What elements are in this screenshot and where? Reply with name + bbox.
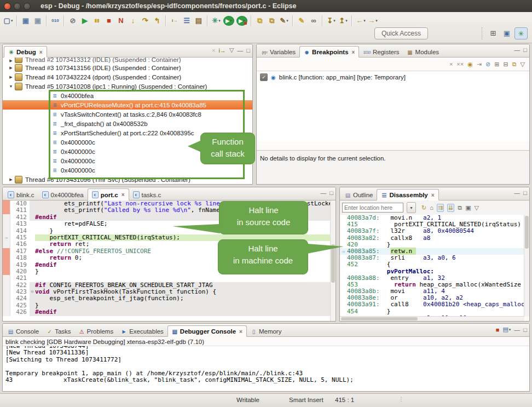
maximize-icon[interactable]: □ bbox=[523, 47, 527, 53]
tab-modules[interactable]: ▦ Modules bbox=[403, 47, 443, 57]
remove-breakpoint-icon[interactable]: × bbox=[449, 61, 453, 67]
quick-access-button[interactable]: Quick Access bbox=[374, 27, 428, 39]
step-filters-button[interactable]: ▤ bbox=[193, 14, 205, 27]
maximize-icon[interactable]: □ bbox=[329, 190, 333, 196]
run-button[interactable]: ▶▾ bbox=[223, 16, 234, 26]
maximize-icon[interactable]: □ bbox=[523, 190, 527, 196]
open-perspective-button[interactable]: ⊞ bbox=[487, 27, 499, 38]
disassembly-scrollbar[interactable] bbox=[524, 215, 529, 317]
back-button[interactable]: ←▾ bbox=[355, 14, 367, 27]
stack-frame-row[interactable]: ≡vTaskSwitchContext() at tasks.c:2,846 0… bbox=[3, 110, 252, 119]
debug-thread-row[interactable]: ▼Thread #5 1073410208 (ipc1 : Running) (… bbox=[3, 82, 252, 91]
tab-0x4000bfea[interactable]: c 0x4000bfea bbox=[38, 189, 88, 200]
maximize-button[interactable] bbox=[24, 3, 31, 10]
sync-active-context-icon[interactable]: ⇉ bbox=[437, 204, 444, 212]
tree-expander-icon[interactable]: ▶ bbox=[7, 59, 15, 63]
open-resource-button[interactable]: ⧉ bbox=[266, 14, 278, 27]
breakpoint-checkbox[interactable]: ✓ bbox=[260, 73, 268, 81]
dropdown-arrow-icon[interactable]: ▾ bbox=[509, 328, 511, 332]
fold-collapse-icon[interactable]: ⊖ bbox=[30, 289, 35, 295]
dropdown-arrow-icon[interactable]: ▾ bbox=[333, 19, 336, 23]
tab-disassembly[interactable]: ☰ Disassembly × bbox=[377, 189, 438, 200]
tab-memory[interactable]: ▯ Memory bbox=[247, 326, 286, 336]
step-over-button[interactable]: ↷ bbox=[139, 14, 151, 27]
expand-all-icon[interactable]: ⊞ bbox=[494, 61, 499, 68]
collapse-all-icon[interactable]: ⊟ bbox=[503, 61, 508, 68]
dropdown-arrow-icon[interactable]: ▾ bbox=[345, 19, 348, 23]
refresh-icon[interactable]: ↻ bbox=[421, 204, 426, 212]
debug-thread-row[interactable]: ▶Thread #4 1073432224 (dport) (Suspended… bbox=[3, 72, 252, 82]
tab-executables[interactable]: ▶ Executables bbox=[117, 326, 167, 336]
dropdown-arrow-icon[interactable]: ▾ bbox=[375, 19, 378, 23]
dropdown-arrow-icon[interactable]: ▾ bbox=[230, 19, 232, 23]
console-view-button[interactable]: ☰ bbox=[181, 14, 193, 27]
dropdown-arrow-icon[interactable]: ▾ bbox=[218, 19, 221, 23]
close-tab-icon[interactable]: × bbox=[122, 192, 125, 198]
minimize-icon[interactable]: — bbox=[237, 47, 243, 54]
disassembly-listing[interactable]: 40083a7d: movi.n a2, 1415 portEXIT_CRITI… bbox=[340, 215, 524, 317]
dropdown-arrow-icon[interactable]: ▾ bbox=[286, 19, 288, 23]
minimize-icon[interactable]: — bbox=[514, 47, 520, 53]
open-task-button[interactable]: ⧉ bbox=[254, 14, 266, 27]
view-menu-icon[interactable]: ▽ bbox=[521, 61, 525, 68]
remove-all-terminated-icon[interactable]: × bbox=[212, 47, 215, 54]
editor-scrollbar[interactable] bbox=[330, 200, 336, 321]
console-output[interactable]: [New Thread 1073468744][New Thread 10734… bbox=[3, 346, 529, 383]
tab-console[interactable]: ▤ Console bbox=[4, 326, 43, 336]
pin-icon[interactable]: ▣ bbox=[465, 204, 471, 212]
disconnect-button[interactable]: N bbox=[115, 14, 127, 27]
tab-registers[interactable]: 1010 Registers bbox=[359, 47, 403, 57]
cpp-perspective-button[interactable]: ▣ bbox=[501, 27, 513, 38]
debug-thread-row[interactable]: ▶Thread #2 1073413312 (IDLE) (Suspended … bbox=[3, 58, 252, 63]
location-input[interactable] bbox=[342, 203, 403, 213]
step-into-button[interactable]: ↓ bbox=[127, 14, 139, 27]
skip-all-breakpoints-icon[interactable]: ⊘ bbox=[485, 61, 490, 68]
stack-frame-row[interactable]: ≡_frxt_dispatch() at 0x4008532b bbox=[3, 119, 252, 128]
code-line-424[interactable]: 424 esp_set_breakpoint_if_jtag(function)… bbox=[3, 295, 331, 302]
last-edit-location-button[interactable]: ↧▾ bbox=[325, 14, 337, 27]
minimize-icon[interactable]: — bbox=[514, 190, 520, 196]
remove-all-breakpoints-icon[interactable]: ×× bbox=[456, 61, 464, 67]
forward-button[interactable]: →▾ bbox=[367, 14, 379, 27]
minimize-icon[interactable]: — bbox=[320, 190, 326, 196]
tab-blink-c[interactable]: c blink.c bbox=[4, 189, 38, 200]
highlight-button[interactable]: ✎ bbox=[296, 14, 308, 27]
terminate-button[interactable]: ■ bbox=[103, 14, 115, 27]
step-return-button[interactable]: ↰ bbox=[151, 14, 163, 27]
tab-port-c[interactable]: c port.c × bbox=[88, 188, 129, 200]
display-console-icon[interactable]: ▤▾ bbox=[502, 326, 511, 333]
external-tools-button[interactable]: ▶▾ bbox=[236, 16, 247, 26]
close-tab-icon[interactable]: × bbox=[431, 192, 435, 198]
debug-thread-row[interactable]: ▶Thread #6 1073431096 (Tmr Svc) (Suspend… bbox=[3, 175, 252, 184]
debug-perspective-button[interactable]: ✳ bbox=[514, 27, 528, 39]
instruction-stepping-icon[interactable]: i→ bbox=[218, 47, 225, 54]
tab-breakpoints[interactable]: ◉ Breakpoints × bbox=[299, 46, 359, 58]
show-breakpoints-for-icon[interactable]: ◉ bbox=[467, 61, 473, 68]
dropdown-arrow-icon[interactable]: ▾ bbox=[363, 19, 366, 23]
home-icon[interactable]: ⌂ bbox=[430, 204, 433, 212]
stack-frame-row[interactable]: ≡vPortCPUReleaseMutex() at port.c:415 0x… bbox=[3, 100, 252, 110]
skip-all-breakpoints-button[interactable]: ⊘ bbox=[67, 14, 79, 27]
new-view-icon[interactable]: ⧉ bbox=[458, 204, 462, 212]
location-dropdown-icon[interactable]: ▼ bbox=[407, 202, 416, 213]
maximize-icon[interactable]: □ bbox=[523, 326, 527, 333]
stack-frame-row[interactable]: ≡0x4000bfea bbox=[3, 91, 252, 100]
tree-expander-icon[interactable]: ▶ bbox=[7, 177, 15, 182]
view-menu-icon[interactable]: ▽ bbox=[475, 204, 479, 212]
close-button[interactable] bbox=[4, 3, 11, 10]
tab-tasks[interactable]: ✓ Tasks bbox=[43, 326, 74, 336]
minimize-icon[interactable]: — bbox=[514, 326, 520, 333]
suspend-button[interactable]: ▮▮ bbox=[91, 14, 103, 27]
code-line-426[interactable]: 426#endif bbox=[3, 309, 331, 316]
tab-variables[interactable]: (x)= Variables bbox=[258, 47, 299, 57]
tab-debugger-console[interactable]: ▤ Debugger Console × bbox=[167, 325, 247, 337]
tab-outline[interactable]: ▤ Outline bbox=[341, 190, 377, 200]
go-to-file-icon[interactable]: ⇥ bbox=[477, 61, 482, 68]
tab-debug[interactable]: ✳ Debug × bbox=[4, 46, 47, 58]
close-tab-icon[interactable]: × bbox=[39, 49, 43, 55]
minimize-button[interactable] bbox=[14, 3, 21, 10]
dropdown-arrow-icon[interactable]: ▾ bbox=[11, 19, 13, 23]
new-wizard-button[interactable]: ▢▾ bbox=[2, 14, 14, 27]
breakpoint-row[interactable]: ✓ ◉ blink.c [function: app_main] [type: … bbox=[257, 72, 529, 82]
debug-button[interactable]: ✳▾ bbox=[210, 14, 222, 27]
